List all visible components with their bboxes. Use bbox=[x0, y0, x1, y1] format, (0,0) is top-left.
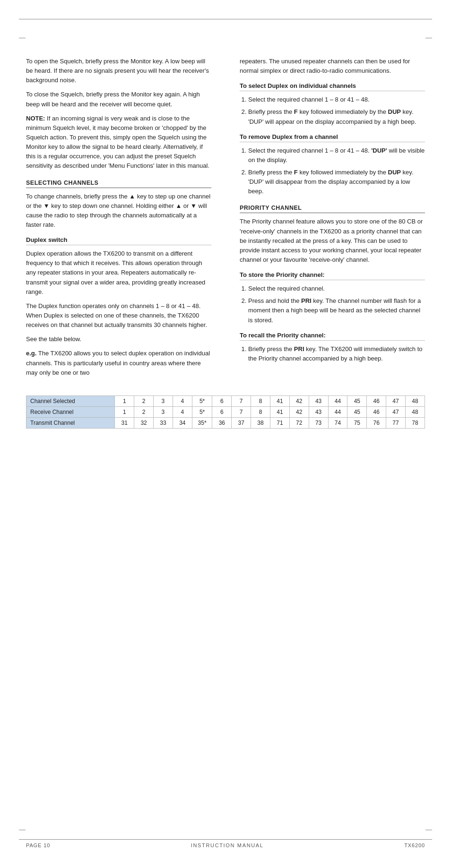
table-cell: 71 bbox=[270, 417, 289, 428]
table-cell: 46 bbox=[367, 406, 386, 417]
note-para: NOTE: If an incoming signal is very weak… bbox=[26, 114, 211, 171]
table-row: Channel Selected12345*678414243444546474… bbox=[26, 395, 425, 406]
table-cell: 76 bbox=[367, 417, 386, 428]
squelch-close-para: To close the Squelch, briefly press the … bbox=[26, 90, 211, 109]
table-cell: 8 bbox=[251, 406, 270, 417]
table-cell: 48 bbox=[405, 406, 425, 417]
table-cell: 33 bbox=[154, 417, 173, 428]
table-cell: 42 bbox=[289, 406, 309, 417]
side-mark-right-top bbox=[425, 38, 432, 38]
footer-model: TX6200 bbox=[404, 842, 425, 848]
select-duplex-heading: To select Duplex on individual channels bbox=[240, 82, 425, 91]
priority-channel-heading: PRIORITY CHANNEL bbox=[240, 205, 425, 213]
recall-priority-list: Briefly press the PRI key. The TX6200 wi… bbox=[248, 344, 425, 363]
table-cell: 47 bbox=[386, 406, 406, 417]
remove-duplex-item-2: Briefly press the F key followed immedia… bbox=[248, 168, 425, 196]
side-mark-right-bottom bbox=[425, 830, 432, 830]
repeaters-para: repeaters. The unused repeater channels … bbox=[240, 57, 425, 76]
select-duplex-item-2: Briefly press the F key followed immedia… bbox=[248, 107, 425, 126]
table-cell: 2 bbox=[134, 406, 154, 417]
table-row: Receive Channel12345*6784142434445464748 bbox=[26, 406, 425, 417]
footer: PAGE 10 INSTRUCTION MANUAL TX6200 bbox=[26, 842, 425, 848]
table-cell: 38 bbox=[251, 417, 270, 428]
remove-duplex-item-1: Select the required channel 1 – 8 or 41 … bbox=[248, 146, 425, 165]
side-mark-left-bottom bbox=[19, 830, 26, 830]
table-cell: 74 bbox=[328, 417, 347, 428]
duplex-para1: Duplex operation allows the TX6200 to tr… bbox=[26, 249, 211, 297]
table-cell: 44 bbox=[328, 406, 347, 417]
table-cell: 36 bbox=[212, 417, 232, 428]
table-cell: 1 bbox=[115, 395, 134, 406]
table-row: Transmit Channel3132333435*3637387172737… bbox=[26, 417, 425, 428]
table-cell: 45 bbox=[347, 406, 367, 417]
duplex-para2: The Duplex function operates only on cha… bbox=[26, 301, 211, 330]
table-cell: 35* bbox=[192, 417, 212, 428]
table-row-header: Transmit Channel bbox=[26, 417, 115, 428]
table-cell: 3 bbox=[154, 395, 173, 406]
table-cell: 32 bbox=[134, 417, 154, 428]
left-column: To open the Squelch, briefly press the M… bbox=[26, 57, 226, 382]
table-cell: 46 bbox=[367, 395, 386, 406]
duplex-eg-label: e.g. bbox=[26, 350, 36, 357]
two-column-layout: To open the Squelch, briefly press the M… bbox=[0, 28, 451, 382]
table-cell: 43 bbox=[309, 395, 328, 406]
table-cell: 72 bbox=[289, 417, 309, 428]
channel-table-section: Channel Selected12345*678414243444546474… bbox=[0, 387, 451, 437]
table-cell: 41 bbox=[270, 406, 289, 417]
table-cell: 37 bbox=[232, 417, 251, 428]
store-priority-item-1: Select the required channel. bbox=[248, 284, 425, 293]
table-cell: 31 bbox=[115, 417, 134, 428]
table-cell: 45 bbox=[347, 395, 367, 406]
table-cell: 48 bbox=[405, 395, 425, 406]
select-duplex-list: Select the required channel 1 – 8 or 41 … bbox=[248, 95, 425, 126]
store-priority-heading: To store the Priority channel: bbox=[240, 271, 425, 280]
table-cell: 75 bbox=[347, 417, 367, 428]
table-cell: 1 bbox=[115, 406, 134, 417]
table-cell: 77 bbox=[386, 417, 406, 428]
table-cell: 3 bbox=[154, 406, 173, 417]
table-cell: 44 bbox=[328, 395, 347, 406]
note-label: NOTE: bbox=[26, 115, 45, 122]
remove-duplex-list: Select the required channel 1 – 8 or 41 … bbox=[248, 146, 425, 197]
table-row-header: Receive Channel bbox=[26, 406, 115, 417]
duplex-see-table: See the table below. bbox=[26, 335, 211, 344]
duplex-eg-para: e.g. The TX6200 allows you to select dup… bbox=[26, 349, 211, 377]
table-cell: 5* bbox=[192, 406, 212, 417]
table-cell: 5* bbox=[192, 395, 212, 406]
select-duplex-item-1: Select the required channel 1 – 8 or 41 … bbox=[248, 95, 425, 104]
table-row-header: Channel Selected bbox=[26, 395, 115, 406]
note-text: If an incoming signal is very weak and i… bbox=[26, 115, 209, 170]
channel-table: Channel Selected12345*678414243444546474… bbox=[26, 395, 425, 429]
table-cell: 2 bbox=[134, 395, 154, 406]
store-priority-list: Select the required channel. Press and h… bbox=[248, 284, 425, 325]
table-cell: 4 bbox=[173, 395, 192, 406]
table-cell: 6 bbox=[212, 395, 232, 406]
duplex-eg-text: The TX6200 allows you to select duplex o… bbox=[26, 350, 210, 376]
recall-priority-heading: To recall the Priority channel: bbox=[240, 332, 425, 341]
right-column: repeaters. The unused repeater channels … bbox=[226, 57, 425, 382]
table-cell: 78 bbox=[405, 417, 425, 428]
table-cell: 4 bbox=[173, 406, 192, 417]
table-cell: 43 bbox=[309, 406, 328, 417]
table-cell: 8 bbox=[251, 395, 270, 406]
page: To open the Squelch, briefly press the M… bbox=[0, 0, 451, 868]
border-bottom bbox=[19, 839, 432, 840]
duplex-switch-heading: Duplex switch bbox=[26, 236, 211, 245]
footer-page: PAGE 10 bbox=[26, 842, 50, 848]
footer-title: INSTRUCTION MANUAL bbox=[50, 842, 404, 848]
table-cell: 7 bbox=[232, 406, 251, 417]
table-cell: 47 bbox=[386, 395, 406, 406]
side-mark-left-top bbox=[19, 38, 26, 38]
table-cell: 41 bbox=[270, 395, 289, 406]
store-priority-item-2: Press and hold the PRI key. The channel … bbox=[248, 296, 425, 325]
table-cell: 7 bbox=[232, 395, 251, 406]
table-cell: 34 bbox=[173, 417, 192, 428]
selecting-channels-heading: SELECTING CHANNELS bbox=[26, 180, 211, 188]
remove-duplex-heading: To remove Duplex from a channel bbox=[240, 133, 425, 142]
recall-priority-item-1: Briefly press the PRI key. The TX6200 wi… bbox=[248, 344, 425, 363]
border-top bbox=[19, 19, 432, 19]
table-cell: 42 bbox=[289, 395, 309, 406]
table-cell: 73 bbox=[309, 417, 328, 428]
squelch-open-para: To open the Squelch, briefly press the M… bbox=[26, 57, 211, 85]
table-cell: 6 bbox=[212, 406, 232, 417]
